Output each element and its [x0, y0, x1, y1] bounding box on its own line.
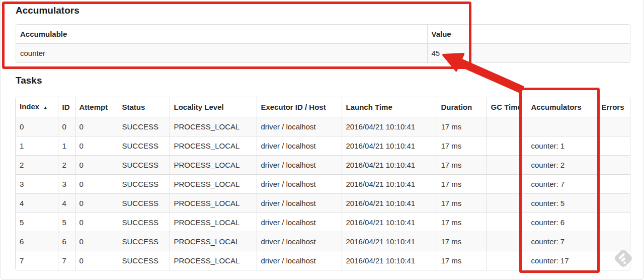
task-cell: 2016/04/21 10:10:41: [342, 156, 437, 175]
task-cell: [597, 213, 630, 232]
task-cell: PROCESS_LOCAL: [170, 117, 257, 136]
task-cell: SUCCESS: [118, 175, 170, 194]
task-cell: [527, 117, 597, 136]
task-cell: [597, 156, 630, 175]
task-cell: [487, 136, 527, 156]
task-cell: counter: 2: [527, 156, 597, 175]
value-column-header: Value: [427, 25, 630, 44]
task-cell: 0: [75, 175, 118, 194]
task-cell: PROCESS_LOCAL: [170, 136, 257, 156]
task-row: 110SUCCESSPROCESS_LOCALdriver / localhos…: [16, 136, 630, 156]
task-row: 770SUCCESSPROCESS_LOCALdriver / localhos…: [16, 251, 630, 270]
task-cell: 2016/04/21 10:10:41: [342, 136, 437, 156]
task-cell: 5: [16, 213, 58, 232]
tasks-column-header-executor-id-host[interactable]: Executor ID / Host: [257, 97, 342, 117]
task-cell: counter: 5: [527, 194, 597, 213]
task-cell: 2016/04/21 10:10:41: [342, 194, 437, 213]
task-cell: 0: [75, 156, 118, 175]
tasks-column-header-index[interactable]: Index▲: [16, 97, 58, 117]
task-cell: 1: [16, 136, 58, 156]
task-cell: 6: [58, 232, 75, 251]
tasks-header-row: Index▲IDAttemptStatusLocality LevelExecu…: [16, 97, 630, 117]
task-cell: 2016/04/21 10:10:41: [342, 117, 437, 136]
task-row: 220SUCCESSPROCESS_LOCALdriver / localhos…: [16, 156, 630, 175]
task-cell: 0: [75, 117, 118, 136]
task-cell: 7: [58, 251, 75, 270]
tasks-column-header-status[interactable]: Status: [118, 97, 170, 117]
tasks-column-header-attempt[interactable]: Attempt: [75, 97, 118, 117]
task-cell: 0: [75, 213, 118, 232]
task-cell: 17 ms: [437, 194, 487, 213]
task-cell: SUCCESS: [118, 136, 170, 156]
task-cell: 4: [58, 194, 75, 213]
task-cell: 0: [16, 117, 58, 136]
tasks-column-header-errors[interactable]: Errors: [597, 97, 630, 117]
task-cell: driver / localhost: [257, 213, 342, 232]
tasks-column-header-gc-time[interactable]: GC Time: [487, 97, 527, 117]
task-row: 660SUCCESSPROCESS_LOCALdriver / localhos…: [16, 232, 630, 251]
task-cell: counter: 1: [527, 136, 597, 156]
accumulators-header-row: Accumulable Value: [16, 25, 630, 44]
tasks-column-header-id[interactable]: ID: [58, 97, 75, 117]
task-cell: SUCCESS: [118, 117, 170, 136]
accumulable-value-cell: 45: [427, 44, 630, 63]
task-cell: SUCCESS: [118, 251, 170, 270]
task-cell: driver / localhost: [257, 136, 342, 156]
task-cell: 0: [75, 136, 118, 156]
tasks-column-header-accumulators[interactable]: Accumulators: [527, 97, 597, 117]
task-cell: driver / localhost: [257, 251, 342, 270]
task-cell: 4: [16, 194, 58, 213]
task-cell: counter: 7: [527, 175, 597, 194]
task-cell: driver / localhost: [257, 175, 342, 194]
task-cell: driver / localhost: [257, 232, 342, 251]
tasks-table: Index▲IDAttemptStatusLocality LevelExecu…: [15, 97, 630, 270]
task-cell: counter: 6: [527, 213, 597, 232]
task-cell: 3: [16, 175, 58, 194]
task-cell: [597, 136, 630, 156]
task-cell: 2: [58, 156, 75, 175]
task-cell: 0: [58, 117, 75, 136]
accumulable-name-cell: counter: [16, 44, 427, 63]
task-row: 550SUCCESSPROCESS_LOCALdriver / localhos…: [16, 213, 630, 232]
task-row: 000SUCCESSPROCESS_LOCALdriver / localhos…: [16, 117, 630, 136]
tasks-column-header-duration[interactable]: Duration: [437, 97, 487, 117]
task-cell: counter: 7: [527, 232, 597, 251]
task-cell: [487, 251, 527, 270]
task-cell: [597, 232, 630, 251]
task-cell: SUCCESS: [118, 194, 170, 213]
task-row: 440SUCCESSPROCESS_LOCALdriver / localhos…: [16, 194, 630, 213]
task-cell: 0: [75, 232, 118, 251]
task-cell: 0: [75, 194, 118, 213]
task-cell: [597, 251, 630, 270]
task-cell: 2016/04/21 10:10:41: [342, 232, 437, 251]
task-cell: 17 ms: [437, 251, 487, 270]
task-cell: [487, 194, 527, 213]
tasks-column-header-locality-level[interactable]: Locality Level: [170, 97, 257, 117]
tasks-heading: Tasks: [16, 75, 42, 86]
task-cell: SUCCESS: [118, 156, 170, 175]
task-cell: 7: [16, 251, 58, 270]
sort-ascending-icon: ▲: [43, 105, 48, 110]
task-row: 330SUCCESSPROCESS_LOCALdriver / localhos…: [16, 175, 630, 194]
task-cell: PROCESS_LOCAL: [170, 213, 257, 232]
task-cell: driver / localhost: [257, 156, 342, 175]
accumulators-heading: Accumulators: [16, 5, 79, 16]
tasks-column-header-launch-time[interactable]: Launch Time: [342, 97, 437, 117]
task-cell: 2: [16, 156, 58, 175]
task-cell: 17 ms: [437, 136, 487, 156]
task-cell: driver / localhost: [257, 194, 342, 213]
task-cell: PROCESS_LOCAL: [170, 156, 257, 175]
task-cell: 17 ms: [437, 117, 487, 136]
task-cell: driver / localhost: [257, 117, 342, 136]
task-cell: 2016/04/21 10:10:41: [342, 213, 437, 232]
task-cell: SUCCESS: [118, 232, 170, 251]
task-cell: [487, 156, 527, 175]
task-cell: [487, 117, 527, 136]
accumulator-row: counter 45: [16, 44, 630, 63]
task-cell: 6: [16, 232, 58, 251]
task-cell: 0: [75, 251, 118, 270]
task-cell: [597, 194, 630, 213]
task-cell: [597, 175, 630, 194]
task-cell: 2016/04/21 10:10:41: [342, 251, 437, 270]
task-cell: 17 ms: [437, 232, 487, 251]
